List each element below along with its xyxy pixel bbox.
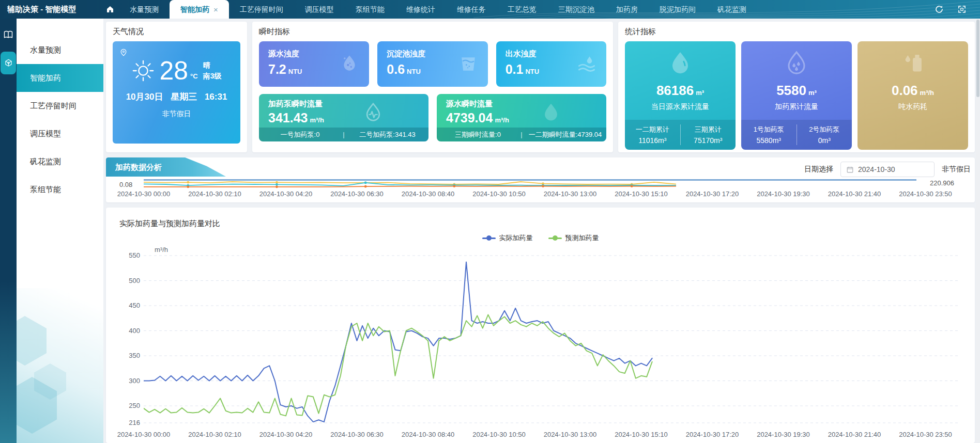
strip-x-tick-label: 2024-10-30 15:10 [615, 190, 668, 198]
settling-tank-turbidity-card: 沉淀池浊度 0.6NTU [377, 41, 487, 87]
overview-series-orange [144, 186, 676, 187]
strip-x-axis: 2024-10-30 00:002024-10-30 02:102024-10-… [144, 190, 975, 198]
stat-label: 加药累计流量 [775, 102, 818, 112]
sun-icon [131, 59, 155, 83]
tab-pump-saving[interactable]: 泵组节能 [345, 0, 395, 19]
overview-series-orange-marker [187, 185, 189, 188]
home-button[interactable] [101, 0, 119, 19]
legend-marker [482, 238, 496, 239]
tab-phase3-settling[interactable]: 三期沉淀池 [547, 0, 605, 19]
scrollbar-thumb[interactable] [976, 20, 979, 97]
strip-x-tick-label: 2024-10-30 21:40 [828, 190, 881, 198]
tab-water-forecast[interactable]: 水量预测 [119, 0, 170, 19]
weather-section-title: 天气情况 [113, 27, 240, 37]
overview-series-orange-marker [542, 185, 544, 187]
x-tick-label: 2024-10-30 02:10 [188, 431, 241, 438]
droplet-bubbles-icon [338, 53, 361, 75]
y-tick-label: 400 [129, 327, 140, 335]
y-tick-label: 216 [129, 419, 140, 426]
icon-rail [0, 19, 17, 443]
metric-value: 0.1 [506, 62, 524, 76]
raw-water-flow-card: 源水瞬时流量 4739.04m³/h 三期瞬时流量:0 | 一二期瞬时流量:47… [437, 94, 606, 141]
metric-unit: NTU [407, 68, 421, 75]
metric-value: 341.43 [268, 110, 308, 125]
sidebar-item-process-retention[interactable]: 工艺停留时间 [17, 92, 103, 120]
home-icon [106, 5, 114, 13]
knowledge-book-button[interactable] [0, 26, 17, 43]
x-tick-label: 2024-10-30 17:20 [686, 431, 739, 438]
strip-x-tick-label: 2024-10-30 08:40 [402, 190, 455, 198]
metric-unit: m³/h [310, 116, 324, 124]
location-pin-icon [119, 48, 128, 57]
phase12-flow: 一二期瞬时流量:4739.04 [524, 130, 606, 139]
stat-value: 0.06 [892, 83, 918, 98]
x-tick-label: 2024-10-30 06:30 [330, 431, 384, 438]
tab-sludge-dosing[interactable]: 脱泥加药间 [649, 0, 707, 19]
fullscreen-icon[interactable] [957, 5, 967, 14]
stat-unit: m³ [696, 89, 704, 97]
raw-water-turbidity-card: 源水浊度 7.2NTU [259, 41, 369, 87]
overview-series-cyan-marker [275, 183, 278, 186]
app-root: 辅助决策 - 智能模型 水量预测 智能加药 × 工艺停留时间 调压模型 泵组节能… [0, 0, 980, 443]
tab-floc-monitor[interactable]: 矾花监测 [707, 0, 757, 19]
metric-unit: NTU [288, 68, 302, 75]
tab-repair-tasks[interactable]: 维修任务 [446, 0, 497, 19]
stat-label: 当日源水累计流量 [651, 102, 709, 112]
tab-process-retention[interactable]: 工艺停留时间 [229, 0, 294, 19]
strip-x-tick-label: 2024-10-30 23:50 [899, 190, 952, 198]
daily-raw-water-total-card: 86186m³ 当日源水累计流量 一二期累计11016m³ 三期累计75170m… [625, 41, 736, 150]
legend-label: 预测加药量 [565, 233, 599, 243]
chart-legend: 实际加药量 预测加药量 [106, 233, 975, 243]
vertical-scrollbar [976, 19, 980, 443]
legend-predicted-dosing[interactable]: 预测加药量 [548, 233, 599, 243]
weather-date-line: 10月30日 星期三 16:31 [126, 91, 227, 103]
strip-x-tick-label: 2024-10-30 13:00 [544, 190, 597, 198]
dosing-comparison-line-chart[interactable] [144, 254, 966, 429]
y-axis-ticks: 550500450400350300250216 [113, 254, 140, 430]
footer-divider: | [519, 131, 524, 138]
water-outflow-icon [575, 53, 598, 75]
raw-flow-breakdown: 三期瞬时流量:0 | 一二期瞬时流量:4739.04 [437, 128, 606, 141]
tab-repair-stats[interactable]: 维修统计 [395, 0, 446, 19]
sidebar-item-water-forecast[interactable]: 水量预测 [17, 36, 103, 64]
water-drop-icon [665, 49, 695, 80]
stat-value: 5580 [776, 83, 806, 98]
weather-condition: 晴 [203, 60, 222, 71]
metric-value: 0.6 [387, 62, 405, 76]
legend-label: 实际加药量 [499, 233, 533, 243]
sidebar-item-pressure-model[interactable]: 调压模型 [17, 120, 103, 148]
refresh-icon[interactable] [935, 5, 944, 14]
tab-smart-dosing[interactable]: 智能加药 × [170, 0, 229, 19]
chemical-per-ton-card: 0.06m³/h 吨水药耗 [858, 41, 968, 150]
stats-section-title: 统计指标 [625, 27, 968, 37]
chart-x-axis: 2024-10-30 00:002024-10-30 02:102024-10-… [144, 431, 975, 439]
statistics-panel: 统计指标 86186m³ 当日源水累计流量 一二期累计11016m³ 三期累计7… [618, 22, 975, 152]
sidebar-item-floc-monitor[interactable]: 矾花监测 [17, 148, 103, 176]
x-tick-label: 2024-10-30 00:00 [117, 431, 171, 438]
hexagon-decoration [17, 316, 47, 366]
model-cube-button[interactable] [1, 52, 16, 74]
tab-smart-dosing-label: 智能加药 [180, 0, 209, 19]
strip-x-tick-label: 2024-10-30 17:20 [686, 190, 739, 198]
tab-pressure-model[interactable]: 调压模型 [294, 0, 345, 19]
tab-process-overview[interactable]: 工艺总览 [497, 0, 547, 19]
dosing-analysis-panel: 加药数据分析 日期选择 2024-10-30 非节假日 0.08 220.906… [106, 157, 975, 202]
breakdown-key: 一二期累计 [636, 125, 669, 134]
top-bar: 辅助决策 - 智能模型 水量预测 智能加药 × 工艺停留时间 调压模型 泵组节能… [0, 0, 980, 19]
temperature-value: 28 [159, 58, 188, 84]
x-tick-label: 2024-10-30 08:40 [402, 431, 455, 438]
weather-panel: 天气情况 28 °C 晴 南3级 [106, 22, 247, 152]
tab-dosing-room[interactable]: 加药房 [605, 0, 649, 19]
sidebar-item-pump-saving[interactable]: 泵组节能 [17, 176, 103, 203]
metric-unit: NTU [525, 68, 539, 75]
date-value: 2024-10-30 [858, 165, 895, 173]
dosing-overview-strip-chart[interactable] [144, 179, 950, 189]
breakdown-value: 11016m³ [638, 136, 666, 145]
legend-actual-dosing[interactable]: 实际加药量 [482, 233, 533, 243]
breakdown-value: 5580m³ [757, 136, 781, 145]
pump-pulse-droplet-icon [361, 101, 385, 125]
sidebar-item-smart-dosing[interactable]: 智能加药 [17, 64, 103, 92]
close-icon[interactable]: × [213, 6, 218, 13]
stat-breakdown: 一二期累计11016m³ 三期累计75170m³ [625, 120, 736, 150]
date-picker-input[interactable]: 2024-10-30 [840, 162, 935, 177]
